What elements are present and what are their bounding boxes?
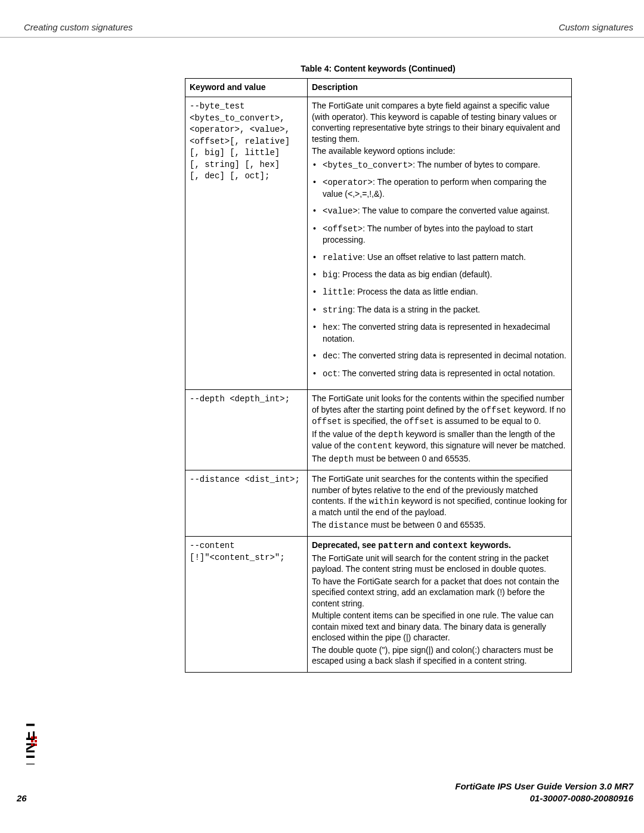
bt-intro1: The FortiGate unit compares a byte field… <box>312 100 567 144</box>
bt-opt-10-t: : The converted string data is represent… <box>338 368 555 378</box>
page-number: 26 <box>17 792 27 804</box>
kw-depth: --depth <depth_int>; <box>185 390 308 470</box>
bt-options-list: <bytes_to_convert>: The number of bytes … <box>312 159 567 380</box>
footer-line2: 01-30007-0080-20080916 <box>455 792 633 804</box>
content-deprecated: Deprecated, see pattern and context keyw… <box>312 540 567 551</box>
bt-opt-3-k: <offset> <box>323 224 363 234</box>
bt-opt-9: dec: The converted string data is repres… <box>312 350 567 361</box>
content-area: Table 4: Content keywords (Continued) Ke… <box>185 63 571 673</box>
bt-opt-6-k: little <box>323 287 352 297</box>
bt-opt-7: string: The data is a string in the pack… <box>312 304 567 315</box>
bt-opt-9-t: : The converted string data is represent… <box>338 351 566 360</box>
bt-opt-7-k: string <box>323 305 352 315</box>
content-keywords-table: Keyword and value Description --byte_tes… <box>185 78 572 673</box>
content-p2: The FortiGate unit will search for the c… <box>312 553 567 575</box>
bt-opt-4-k: relative <box>323 253 363 262</box>
fortinet-logo: F RTINET <box>26 621 43 764</box>
distance-p1: The FortiGate unit searches for the cont… <box>312 473 567 518</box>
bt-opt-2-k: <value> <box>323 206 358 216</box>
kw-distance: --distance <dist_int>; <box>185 470 308 537</box>
kw-byte-test: --byte_test <bytes_to_convert>, <operato… <box>185 97 308 390</box>
bt-opt-5-t: : Process the data as big endian (defaul… <box>338 270 492 279</box>
kw-depth-text: --depth <depth_int>; <box>190 394 290 404</box>
bt-opt-5: big: Process the data as big endian (def… <box>312 269 567 280</box>
bt-opt-10: oct: The converted string data is repres… <box>312 368 567 379</box>
depth-p3: The depth must be between 0 and 65535. <box>312 453 567 465</box>
svg-rect-5 <box>31 744 33 746</box>
header-right: Custom signatures <box>559 21 633 33</box>
row-depth: --depth <depth_int>; The FortiGate unit … <box>185 390 572 470</box>
depth-p2: If the value of the depth keyword is sma… <box>312 429 567 452</box>
footer-line1: FortiGate IPS User Guide Version 3.0 MR7 <box>455 781 633 792</box>
row-byte-test: --byte_test <bytes_to_convert>, <operato… <box>185 97 572 390</box>
svg-rect-6 <box>35 744 37 746</box>
bt-opt-2-t: : The value to compare the converted val… <box>358 206 550 215</box>
depth-p1: The FortiGate unit looks for the content… <box>312 393 567 427</box>
row-distance: --distance <dist_int>; The FortiGate uni… <box>185 470 572 537</box>
content-p4: Multiple content items can be specified … <box>312 610 567 643</box>
row-content: --content [!]"<content_str>"; Deprecated… <box>185 537 572 672</box>
content-p5: The double quote ("), pipe sign(|) and c… <box>312 645 567 667</box>
bt-opt-8-t: : The converted string data is represent… <box>323 322 550 343</box>
bt-opt-10-k: oct <box>323 369 338 379</box>
footer-text: FortiGate IPS User Guide Version 3.0 MR7… <box>455 781 633 805</box>
content-p3: To have the FortiGate search for a packe… <box>312 576 567 609</box>
bt-opt-9-k: dec <box>323 351 338 361</box>
bt-opt-0-k: <bytes_to_convert> <box>323 160 413 170</box>
bt-opt-3: <offset>: The number of bytes into the p… <box>312 223 567 246</box>
table-header-row: Keyword and value Description <box>185 78 572 97</box>
bt-opt-7-t: : The data is a string in the packet. <box>352 305 480 314</box>
kw-content-text: --content [!]"<content_str>"; <box>190 541 285 562</box>
kw-distance-text: --distance <dist_int>; <box>190 475 300 484</box>
kw-byte-test-text: --byte_test <bytes_to_convert>, <operato… <box>190 101 290 181</box>
bt-opt-4: relative: Use an offset relative to last… <box>312 252 567 263</box>
table-caption: Table 4: Content keywords (Continued) <box>185 63 571 75</box>
bt-opt-4-t: : Use an offset relative to last pattern… <box>363 252 526 262</box>
svg-rect-4 <box>35 740 37 742</box>
col-description-header: Description <box>308 78 572 97</box>
desc-distance: The FortiGate unit searches for the cont… <box>308 470 572 537</box>
bt-intro2: The available keyword options include: <box>312 145 567 156</box>
page: Creating custom signatures Custom signat… <box>0 0 644 833</box>
svg-rect-3 <box>31 740 33 742</box>
svg-rect-1 <box>31 736 33 739</box>
bt-opt-0: <bytes_to_convert>: The number of bytes … <box>312 159 567 171</box>
bt-opt-5-k: big <box>323 270 338 280</box>
bt-opt-6: little: Process the data as little endia… <box>312 286 567 298</box>
distance-p2: The distance must be between 0 and 65535… <box>312 519 567 531</box>
col-keyword-header: Keyword and value <box>185 78 308 97</box>
header-left: Creating custom signatures <box>24 21 133 33</box>
bt-opt-1-k: <operator> <box>323 178 373 187</box>
bt-opt-8: hex: The converted string data is repres… <box>312 321 567 344</box>
bt-opt-2: <value>: The value to compare the conver… <box>312 205 567 216</box>
desc-content: Deprecated, see pattern and context keyw… <box>308 537 572 672</box>
bt-opt-8-k: hex <box>323 323 338 332</box>
bt-opt-1: <operator>: The operation to perform whe… <box>312 176 567 199</box>
desc-byte-test: The FortiGate unit compares a byte field… <box>308 97 572 390</box>
desc-depth: The FortiGate unit looks for the content… <box>308 390 572 470</box>
svg-rect-2 <box>35 736 37 739</box>
bt-opt-0-t: : The number of bytes to compare. <box>413 160 540 169</box>
bt-opt-6-t: : Process the data as little endian. <box>352 287 478 296</box>
kw-content: --content [!]"<content_str>"; <box>185 537 308 672</box>
